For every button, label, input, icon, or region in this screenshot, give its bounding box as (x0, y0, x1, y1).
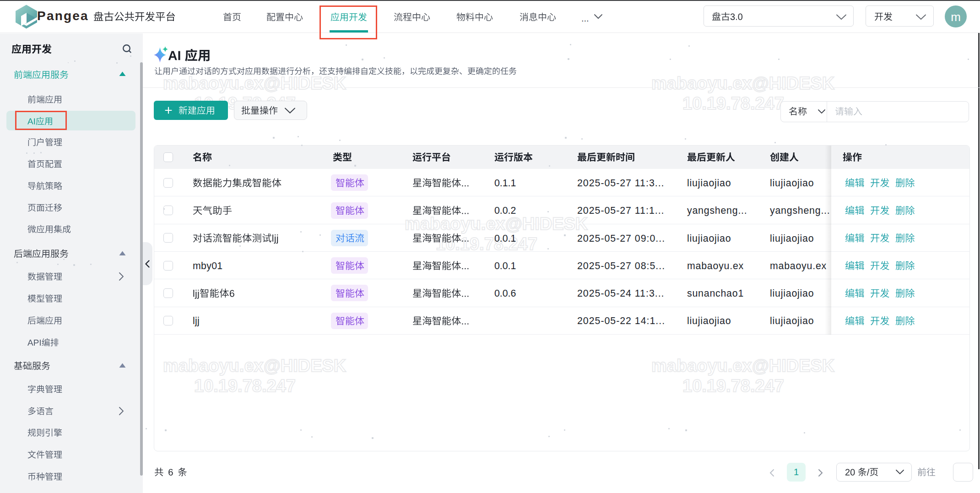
svg-text:2025-05-27 11:3...: 2025-05-27 11:3... (577, 178, 664, 189)
svg-text:2025-05-24 11:3...: 2025-05-24 11:3... (577, 288, 664, 299)
svg-text:mabaoyu.ex: mabaoyu.ex (770, 260, 827, 271)
svg-text:2025-05-22 14:1...: 2025-05-22 14:1... (577, 315, 665, 326)
svg-text:0.1.1: 0.1.1 (494, 178, 516, 189)
svg-text:yangsheng...: yangsheng... (770, 205, 830, 216)
svg-text:2025-05-27 08:5...: 2025-05-27 08:5... (577, 260, 665, 271)
svg-text:liujiaojiao: liujiaojiao (687, 315, 731, 326)
svg-text:2025-05-27 11:1...: 2025-05-27 11:1... (577, 205, 664, 216)
svg-text:ljj: ljj (193, 315, 200, 326)
svg-text:liujiaojiao: liujiaojiao (687, 233, 731, 244)
svg-text:0.0.1: 0.0.1 (494, 260, 516, 271)
svg-text:mabaoyu.ex: mabaoyu.ex (687, 260, 744, 271)
svg-text:liujiaojiao: liujiaojiao (687, 178, 731, 189)
svg-text:0.0.1: 0.0.1 (494, 233, 516, 244)
svg-text:Pangea: Pangea (37, 9, 89, 23)
svg-text:liujiaojiao: liujiaojiao (770, 233, 814, 244)
svg-text:liujiaojiao: liujiaojiao (770, 178, 814, 189)
svg-text:liujiaojiao: liujiaojiao (770, 288, 814, 299)
svg-text:m: m (951, 10, 961, 24)
svg-text:mby01: mby01 (193, 260, 222, 271)
svg-text:liujiaojiao: liujiaojiao (770, 315, 814, 326)
svg-text:...: ... (581, 13, 589, 23)
svg-text:yangsheng...: yangsheng... (687, 205, 747, 216)
svg-text:1: 1 (794, 467, 799, 477)
svg-text:0.0.6: 0.0.6 (494, 288, 516, 299)
svg-text:sunanchao1: sunanchao1 (687, 288, 744, 299)
svg-text:0.0.2: 0.0.2 (494, 205, 516, 216)
svg-text:2025-05-27 09:0...: 2025-05-27 09:0... (577, 233, 665, 244)
